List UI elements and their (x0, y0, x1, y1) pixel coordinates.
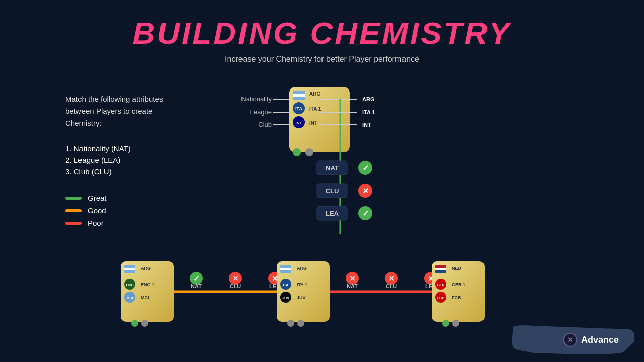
svg-text:ARG: ARG (297, 266, 307, 271)
svg-text:NAT: NAT (191, 283, 202, 289)
svg-point-54 (141, 320, 148, 327)
svg-text:✕: ✕ (362, 187, 369, 195)
svg-text:NED: NED (452, 266, 462, 271)
svg-text:JUV: JUV (297, 295, 306, 300)
svg-text:FCB: FCB (437, 296, 444, 300)
legend-poor: Poor (65, 219, 163, 227)
left-panel: Match the following attributes between P… (65, 93, 163, 231)
svg-text:ARG: ARG (141, 266, 151, 271)
svg-text:✓: ✓ (362, 164, 369, 172)
legend-good: Good (65, 206, 163, 215)
svg-text:✕: ✕ (349, 274, 356, 283)
svg-rect-2 (293, 94, 305, 97)
svg-text:Club: Club (258, 121, 272, 128)
svg-text:✕: ✕ (388, 274, 395, 283)
list-item-1: 1. Nationality (NAT) (65, 144, 163, 153)
svg-point-76 (287, 320, 294, 327)
legend-great: Great (65, 194, 163, 202)
svg-text:Nationality: Nationality (241, 95, 272, 103)
svg-text:INT: INT (309, 120, 317, 126)
legend-great-label: Great (88, 194, 107, 202)
svg-text:✓: ✓ (193, 274, 200, 283)
svg-point-100 (452, 320, 459, 327)
legend-poor-bar (65, 222, 82, 225)
svg-text:INT: INT (362, 122, 371, 128)
svg-rect-44 (124, 268, 135, 270)
svg-text:NAT: NAT (347, 283, 358, 289)
svg-text:ARG: ARG (362, 96, 374, 102)
legend-good-label: Good (88, 206, 106, 215)
svg-rect-3 (293, 97, 305, 100)
legend: Great Good Poor (65, 194, 163, 227)
svg-text:League: League (250, 108, 272, 116)
svg-text:GER: GER (437, 283, 444, 287)
page-subtitle: Increase your Chemistry for better Playe… (0, 55, 644, 64)
list-item-2: 2. League (LEA) (65, 156, 163, 164)
svg-rect-89 (435, 265, 446, 268)
svg-rect-1 (293, 91, 305, 94)
svg-text:JUV: JUV (282, 296, 289, 300)
svg-text:CLU: CLU (386, 283, 397, 289)
x-icon: ✕ (567, 336, 573, 344)
svg-text:ITA 1: ITA 1 (297, 282, 307, 287)
svg-text:NAT: NAT (326, 164, 339, 172)
legend-poor-label: Poor (88, 219, 104, 227)
svg-rect-90 (435, 268, 446, 270)
svg-point-53 (131, 320, 138, 327)
svg-text:✓: ✓ (362, 209, 369, 218)
svg-rect-68 (280, 270, 291, 273)
list-item-3: 3. Club (CLU) (65, 167, 163, 176)
svg-rect-43 (124, 265, 135, 268)
svg-text:GER 1: GER 1 (452, 282, 465, 287)
svg-point-12 (305, 148, 313, 156)
svg-rect-45 (124, 270, 135, 273)
svg-text:ITA: ITA (295, 106, 302, 111)
svg-text:ITA: ITA (283, 283, 289, 287)
match-text: Match the following attributes between P… (65, 93, 163, 129)
svg-text:ITA 1: ITA 1 (362, 109, 375, 115)
svg-text:INT: INT (296, 121, 302, 125)
svg-text:ARG: ARG (309, 91, 320, 97)
page-title: BUILDING CHEMISTRY (0, 0, 644, 51)
advance-button-container[interactable]: ✕ Advance (563, 333, 619, 347)
svg-text:ITA 1: ITA 1 (309, 106, 321, 112)
legend-great-bar (65, 197, 82, 200)
bottom-section: ENG MCI ARG ENG 1 MCI ✓ NAT ✕ CLU ✕ LEA … (116, 259, 528, 339)
legend-good-bar (65, 209, 82, 212)
x-button[interactable]: ✕ (563, 333, 577, 347)
svg-rect-91 (435, 270, 446, 273)
svg-text:CLU: CLU (230, 283, 242, 289)
svg-text:ENG 1: ENG 1 (141, 282, 154, 287)
svg-point-99 (442, 320, 449, 327)
svg-point-11 (293, 148, 301, 156)
advance-label: Advance (581, 335, 619, 345)
svg-text:✕: ✕ (232, 274, 239, 283)
svg-text:MCI: MCI (141, 295, 149, 300)
center-diagram: ITA INT ARG ITA 1 INT Nationality League… (216, 78, 428, 279)
svg-text:FCB: FCB (452, 295, 461, 300)
svg-rect-67 (280, 268, 291, 270)
svg-rect-66 (280, 265, 291, 268)
svg-text:LEA: LEA (326, 210, 339, 217)
svg-text:MCI: MCI (127, 296, 133, 300)
svg-text:CLU: CLU (326, 187, 339, 195)
svg-text:ENG: ENG (126, 283, 134, 287)
svg-point-77 (297, 320, 304, 327)
